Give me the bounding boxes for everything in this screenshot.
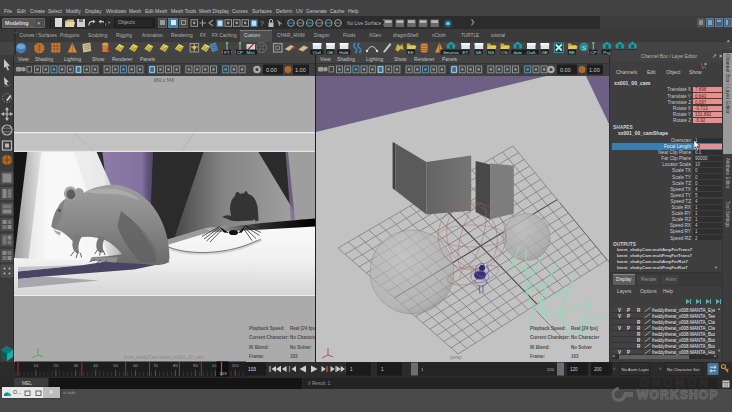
svg-text:110: 110 <box>232 363 239 368</box>
svg-text:CP: CP <box>590 50 596 55</box>
svg-text:Playback Speed:: Playback Speed: <box>249 326 285 331</box>
svg-text:200: 200 <box>594 367 602 372</box>
svg-text:No Solver: No Solver <box>290 345 311 350</box>
svg-text:Outli: Outli <box>526 50 535 55</box>
svg-text:?: ? <box>260 20 264 27</box>
svg-text:No Solver: No Solver <box>571 345 592 350</box>
svg-text:SE: SE <box>476 50 482 55</box>
svg-text:IK Blend:: IK Blend: <box>249 345 269 350</box>
svg-text:˅: ˅ <box>659 367 662 372</box>
svg-text:ET: ET <box>462 50 468 55</box>
svg-text:103: 103 <box>220 371 228 376</box>
svg-text:No Character: No Character <box>290 335 315 340</box>
svg-text:GE: GE <box>541 50 547 55</box>
svg-text:103: 103 <box>248 367 256 372</box>
svg-text:RE: RE <box>569 50 575 55</box>
svg-text:70: 70 <box>153 363 158 368</box>
svg-text:120: 120 <box>547 367 555 372</box>
svg-text:Real [24 fps]: Real [24 fps] <box>290 326 315 331</box>
svg-text:1.00: 1.00 <box>589 67 600 73</box>
svg-text:1: 1 <box>350 367 353 372</box>
svg-text:persp: persp <box>450 355 462 360</box>
svg-text:50: 50 <box>113 363 118 368</box>
svg-text:10: 10 <box>34 363 39 368</box>
svg-text:OS: OS <box>501 50 507 55</box>
svg-text:30: 30 <box>73 363 78 368</box>
svg-text:Smurise: Smurise <box>443 50 460 55</box>
svg-text:960 x 540: 960 x 540 <box>154 78 175 83</box>
svg-text:120: 120 <box>570 367 578 372</box>
svg-text:Outl: Outl <box>313 50 321 55</box>
svg-text:40: 40 <box>93 363 98 368</box>
svg-text:90: 90 <box>193 363 198 368</box>
svg-text:FT: FT <box>224 50 230 55</box>
svg-text:CP: CP <box>237 50 243 55</box>
svg-text:EE: EE <box>408 50 414 55</box>
svg-text:1.00: 1.00 <box>295 67 306 73</box>
svg-text:103: 103 <box>290 354 298 359</box>
svg-text:20: 20 <box>54 363 59 368</box>
svg-text:NS: NS <box>488 50 494 55</box>
svg-text:60: 60 <box>133 363 138 368</box>
svg-text:Hold: Hold <box>339 50 349 55</box>
svg-text:80: 80 <box>173 363 178 368</box>
svg-text:No Character: No Character <box>571 335 600 340</box>
svg-text:No Anim Layer: No Anim Layer <box>622 367 650 372</box>
svg-text:0.00: 0.00 <box>560 67 571 73</box>
svg-text:˅: ˅ <box>613 367 616 372</box>
svg-text:S: S <box>582 45 586 51</box>
svg-text:0.00: 0.00 <box>266 67 277 73</box>
svg-text:bmnt_shakyCam:shake_xx001_00_c: bmnt_shakyCam:shake_xx001_00_cam <box>124 355 204 360</box>
svg-text:IK Blend:: IK Blend: <box>530 345 550 350</box>
svg-text:Frame:: Frame: <box>249 354 265 359</box>
svg-text:date: date <box>514 50 523 55</box>
svg-text:Playback Speed:: Playback Speed: <box>530 326 566 331</box>
svg-text:Mist: Mist <box>246 50 255 55</box>
svg-text:103: 103 <box>571 354 579 359</box>
svg-text:Frame:: Frame: <box>530 354 546 359</box>
svg-text:GE: GE <box>327 50 333 55</box>
svg-text:Real [24 fps]: Real [24 fps] <box>571 326 598 331</box>
svg-text:Current Character:: Current Character: <box>249 335 290 340</box>
svg-text:Current Character:: Current Character: <box>530 335 571 340</box>
svg-text:No Character Set: No Character Set <box>667 367 700 372</box>
svg-text:1: 1 <box>381 367 384 372</box>
